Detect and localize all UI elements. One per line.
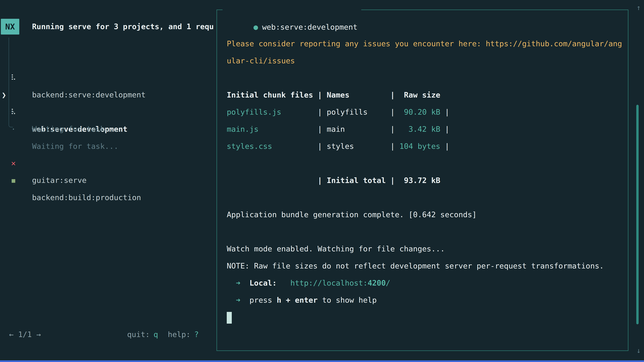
task-label: guitar:serve [32, 172, 86, 189]
text-segment: | [445, 142, 449, 151]
text-segment: Initial chunk files | Names | Raw size [227, 90, 440, 99]
text-segment: h + enter [277, 296, 318, 305]
text-segment: Please consider reporting any issues you… [227, 39, 622, 48]
text-segment: main.js [227, 125, 318, 134]
terminal-line [227, 155, 626, 172]
text-segment: | main | [318, 125, 395, 134]
waiting-dot-icon: · [10, 121, 18, 138]
pager-next-icon[interactable]: → [36, 326, 41, 343]
local-server-url[interactable]: http://localhost: [290, 279, 368, 287]
text-segment: ular-cli/issues [227, 56, 295, 65]
pager-prev-icon[interactable]: ← [9, 326, 14, 343]
task-item-waiting-1[interactable]: · Waiting for task... [0, 86, 216, 103]
terminal-line [227, 309, 626, 326]
text-segment: | [445, 108, 449, 116]
task-item-web-serve-development[interactable]: ❯ ⠧ web:serve:development [0, 69, 216, 86]
text-segment: to show help [318, 296, 377, 305]
text-segment: | styles | [318, 142, 395, 151]
scrollbar-thumb[interactable] [636, 105, 639, 324]
task-item-backend-serve-development[interactable]: ⠧ backend:serve:development [0, 52, 216, 69]
text-segment: | [445, 125, 449, 134]
task-item-guitar-serve[interactable]: ✕ guitar:serve [0, 138, 216, 155]
terminal-line: polyfills.js | polyfills | 90.20 kB | [227, 104, 626, 121]
text-segment: polyfills.js [227, 108, 318, 116]
nx-logo: NX [1, 19, 19, 34]
sidebar-title: Running serve for 3 projects, and 1 requ [32, 19, 215, 34]
text-segment: press [250, 296, 277, 305]
terminal-line: main.js | main | 3.42 kB | [227, 121, 626, 138]
task-sidebar: NX Running serve for 3 projects, and 1 r… [0, 0, 216, 362]
scroll-up-icon[interactable]: ↑ [633, 0, 644, 15]
task-output-panel: ●web:serve:development Please consider r… [216, 9, 628, 351]
local-server-url[interactable]: / [386, 279, 390, 287]
terminal-line [227, 69, 626, 86]
text-segment: 90.20 kB [395, 108, 445, 116]
terminal-line: Application bundle generation complete. … [227, 206, 626, 223]
terminal-line [227, 223, 626, 240]
text-segment: | Initial total | 93.72 kB [227, 176, 440, 185]
help-key-hint: ? [194, 326, 199, 343]
quit-key-hint: q [154, 326, 158, 343]
text-segment [277, 279, 290, 287]
scrollbar: ↑ ↓ [633, 0, 644, 362]
text-segment: Application bundle generation complete. … [227, 210, 477, 219]
terminal-line: Watch mode enabled. Watching for file ch… [227, 240, 626, 257]
terminal-line: Please consider reporting any issues you… [227, 35, 626, 52]
window-bottom-edge [0, 360, 644, 362]
pager: ← 1/1 → [9, 326, 41, 343]
nx-tui-app: NX Running serve for 3 projects, and 1 r… [0, 0, 644, 362]
terminal-line: styles.css | styles | 104 bytes | [227, 138, 626, 155]
prompt-arrow-icon: ➜ [227, 279, 250, 287]
terminal-cursor [227, 312, 232, 324]
text-segment: | polyfills | [318, 108, 395, 116]
text-segment: NOTE: Raw file sizes do not reflect deve… [227, 261, 604, 270]
terminal-line [227, 189, 626, 206]
terminal-line: Initial chunk files | Names | Raw size [227, 86, 626, 104]
terminal-line: ular-cli/issues [227, 52, 626, 69]
terminal-line: | Initial total | 93.72 kB [227, 172, 626, 189]
text-segment: styles.css [227, 142, 318, 151]
terminal-line: NOTE: Raw file sizes do not reflect deve… [227, 257, 626, 275]
task-item-waiting-2[interactable]: · Waiting for task... [0, 104, 216, 121]
footer-hints: quit: q help: ? [127, 326, 199, 343]
scroll-down-icon[interactable]: ↓ [633, 342, 644, 359]
local-server-url[interactable]: 4200 [368, 279, 386, 287]
help-label: help: [168, 326, 190, 343]
pager-label: 1/1 [18, 326, 32, 343]
quit-label: quit: [127, 326, 150, 343]
success-square-icon: ■ [10, 172, 18, 189]
terminal-line: ➜ press h + enter to show help [227, 292, 626, 309]
text-segment: Watch mode enabled. Watching for file ch… [227, 244, 445, 253]
task-item-backend-build-production[interactable]: ■ backend:build:production [0, 155, 216, 172]
terminal-output[interactable]: Please consider reporting any issues you… [217, 10, 628, 351]
terminal-line: ➜ Local: http://localhost:4200/ [227, 275, 626, 292]
prompt-arrow-icon: ➜ [227, 296, 250, 305]
text-segment: 3.42 kB [395, 125, 445, 134]
text-segment: Local: [250, 279, 277, 287]
task-label: Waiting for task... [32, 120, 118, 138]
task-label: backend:build:production [32, 189, 141, 206]
text-segment: 104 bytes [395, 142, 445, 151]
